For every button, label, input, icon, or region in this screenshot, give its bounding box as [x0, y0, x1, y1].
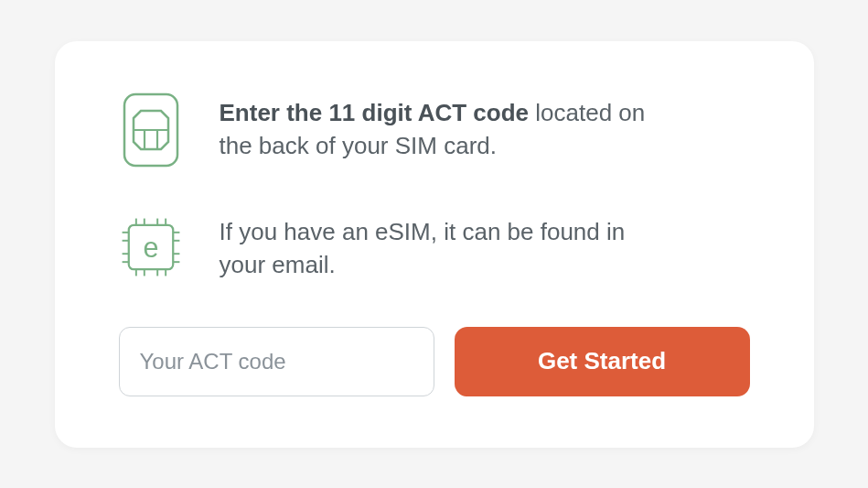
get-started-button[interactable]: Get Started	[455, 327, 750, 396]
sim-card-icon	[119, 92, 183, 168]
sim-instruction-bold: Enter the 11 digit ACT code	[220, 99, 530, 126]
svg-text:e: e	[143, 231, 158, 262]
sim-instruction-text: Enter the 11 digit ACT code located on t…	[220, 92, 659, 163]
esim-instruction-text: If you have an eSIM, it can be found in …	[220, 211, 659, 282]
esim-chip-icon: e	[119, 211, 183, 283]
esim-instruction-row: e If you have an eSIM, it can be found i…	[119, 211, 750, 283]
sim-instruction-row: Enter the 11 digit ACT code located on t…	[119, 92, 750, 168]
activation-card: Enter the 11 digit ACT code located on t…	[55, 41, 814, 448]
activation-form: Get Started	[119, 327, 750, 396]
act-code-input[interactable]	[119, 327, 434, 396]
